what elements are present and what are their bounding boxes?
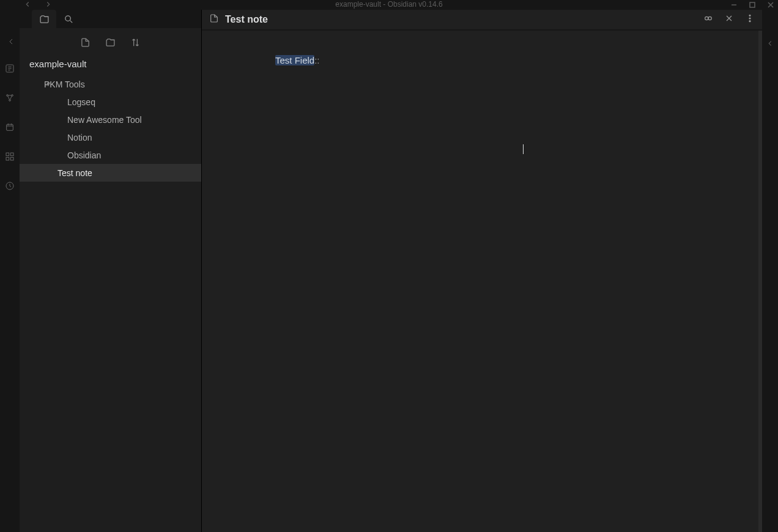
svg-point-15 — [749, 18, 750, 19]
note-title: Test note — [225, 14, 703, 25]
maximize-button[interactable] — [749, 0, 756, 11]
titlebar: example-vault - Obsidian v0.14.6 — [0, 0, 778, 10]
quick-switcher-icon[interactable] — [5, 64, 15, 76]
text-cursor — [523, 144, 524, 154]
file-item-new-awesome-tool[interactable]: New Awesome Tool — [20, 111, 201, 128]
close-tab-icon[interactable] — [724, 13, 734, 26]
main-editor-pane: Test note Test Field:: — [202, 10, 762, 532]
svg-rect-0 — [750, 2, 755, 7]
reading-view-icon[interactable] — [703, 13, 713, 26]
inline-field-key: Test Field — [275, 55, 314, 65]
svg-point-16 — [749, 21, 750, 22]
file-action-bar — [20, 28, 201, 59]
files-tab[interactable] — [32, 10, 56, 28]
svg-point-11 — [65, 15, 70, 20]
editor-content[interactable]: Test Field:: — [202, 31, 762, 532]
svg-rect-9 — [10, 157, 13, 160]
search-tab[interactable] — [56, 10, 81, 28]
left-ribbon — [0, 10, 20, 532]
file-label: Test note — [57, 168, 92, 178]
sort-button[interactable] — [130, 37, 141, 50]
svg-point-12 — [705, 17, 708, 20]
file-explorer-panel: example-vault ▼ PKM Tools Logseq New Awe… — [20, 10, 202, 532]
templates-icon[interactable] — [5, 152, 15, 164]
svg-rect-6 — [6, 153, 9, 156]
nav-forward-button[interactable] — [44, 0, 53, 11]
file-label: Obsidian — [67, 150, 101, 160]
command-palette-icon[interactable] — [5, 181, 15, 193]
collapse-left-icon[interactable] — [6, 37, 16, 49]
inline-field-separator: :: — [314, 55, 319, 65]
close-window-button[interactable] — [767, 0, 774, 11]
svg-point-4 — [9, 100, 11, 102]
folder-pkm-tools[interactable]: ▼ PKM Tools — [20, 75, 201, 93]
editor-header: Test note — [202, 10, 762, 31]
nav-buttons — [23, 0, 53, 11]
chevron-down-icon: ▼ — [45, 81, 51, 87]
file-item-logseq[interactable]: Logseq — [20, 93, 201, 111]
svg-rect-5 — [7, 124, 13, 130]
file-label: Notion — [67, 133, 92, 142]
svg-rect-7 — [10, 153, 13, 156]
file-item-notion[interactable]: Notion — [20, 128, 201, 146]
file-label: Logseq — [67, 97, 95, 107]
graph-view-icon[interactable] — [5, 93, 15, 105]
file-item-test-note[interactable]: Test note — [20, 164, 201, 182]
collapse-right-icon[interactable] — [766, 39, 774, 50]
svg-point-14 — [749, 15, 750, 16]
editor-header-actions — [703, 13, 755, 26]
left-panel-tabs — [20, 10, 201, 28]
svg-point-13 — [708, 17, 711, 20]
window-title: example-vault - Obsidian v0.14.6 — [335, 0, 442, 9]
new-note-button[interactable] — [80, 37, 91, 50]
file-item-obsidian[interactable]: Obsidian — [20, 146, 201, 164]
nav-back-button[interactable] — [23, 0, 32, 11]
window-controls — [730, 0, 774, 11]
right-ribbon — [762, 10, 778, 532]
file-label: New Awesome Tool — [67, 115, 142, 125]
note-icon — [209, 13, 219, 26]
daily-note-icon[interactable] — [5, 122, 15, 135]
svg-rect-8 — [6, 157, 9, 160]
vault-name: example-vault — [20, 59, 201, 75]
new-folder-button[interactable] — [105, 37, 116, 50]
more-options-icon[interactable] — [745, 13, 755, 26]
file-tree: ▼ PKM Tools Logseq New Awesome Tool Noti… — [20, 75, 201, 532]
minimize-button[interactable] — [730, 0, 738, 11]
